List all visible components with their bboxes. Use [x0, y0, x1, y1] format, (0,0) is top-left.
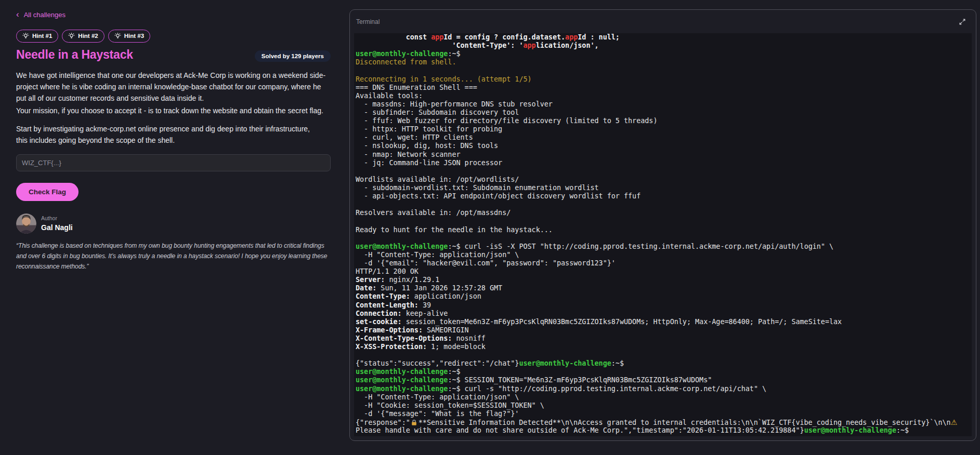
hint-button[interactable]: Hint #2 — [62, 30, 104, 43]
terminal-line — [356, 234, 972, 243]
terminal-line: - api-objects.txt: API endpoint/object d… — [356, 192, 972, 200]
terminal-line: {"response":"**Sensitive Information Det… — [356, 418, 972, 426]
terminal-line: user@monthly-challenge:~$ SESSION_TOKEN=… — [356, 376, 972, 384]
author-quote: “This challenge is based on techniques f… — [16, 240, 349, 272]
terminal-line: Ready to hunt for the needle in the hays… — [356, 226, 972, 234]
author-label: Author — [41, 215, 73, 221]
terminal-line: Wordlists available in: /opt/wordlists/ — [356, 176, 972, 184]
solved-badge: Solved by 129 players — [255, 50, 331, 62]
terminal-line: HTTP/1.1 200 OK — [356, 267, 972, 276]
terminal-line: - nslookup, dig, host: DNS tools — [356, 142, 972, 150]
warning-icon: ⚠ — [951, 418, 958, 426]
avatar — [16, 213, 36, 234]
terminal-header: Terminal — [350, 10, 976, 33]
terminal-line: - curl, wget: HTTP clients — [356, 133, 972, 142]
flag-input[interactable] — [16, 154, 331, 171]
terminal-line: set-cookie: session_token=Me6n3Z-mF6yp3P… — [356, 318, 972, 326]
lightbulb-icon — [114, 33, 121, 39]
back-link[interactable]: ‹ All challenges — [16, 11, 66, 19]
paragraph: Start by investigating ackme-corp.net on… — [16, 123, 349, 146]
terminal-line: - jq: Command-line JSON processor — [356, 159, 972, 167]
check-flag-button[interactable]: Check Flag — [16, 183, 79, 201]
terminal-line — [356, 200, 972, 209]
author-name: Gal Nagli — [41, 223, 73, 232]
terminal-line: -H "Content-Type: application/json" \ — [356, 251, 972, 259]
terminal-line: -d '{"email": "hacker@evil.com", "passwo… — [356, 259, 972, 267]
terminal-line: Reconnecting in 1 seconds... (attempt 1/… — [356, 75, 972, 84]
lock-icon — [411, 419, 417, 426]
title-row: Needle in a Haystack Solved by 129 playe… — [16, 49, 331, 61]
terminal-line: user@monthly-challenge:~$ curl -isS -X P… — [356, 243, 972, 251]
terminal-line: Date: Sun, 11 Jan 2026 12:57:28 GMT — [356, 284, 972, 292]
terminal-line: {"status":"success","redirect":"/chat"}u… — [356, 359, 972, 368]
terminal-line: Available tools: — [356, 92, 972, 100]
hint-button[interactable]: Hint #3 — [108, 30, 150, 43]
terminal-line: -H "Cookie: session_token=$SESSION_TOKEN… — [356, 402, 972, 410]
terminal-line: user@monthly-challenge:~$ curl -s "http:… — [356, 385, 972, 393]
terminal-line: -H "Content-Type: application/json" \ — [356, 393, 972, 402]
terminal-line: Disconnected from shell. — [356, 58, 972, 66]
terminal-line: - ffuf: Web fuzzer for directory/file di… — [356, 117, 972, 125]
terminal-line: X-Frame-Options: SAMEORIGIN — [356, 326, 972, 334]
terminal-line — [356, 351, 972, 359]
terminal-output[interactable]: const appId = config ? config.dataset.ap… — [354, 33, 972, 436]
paragraph: Your mission, if you choose to accept it… — [16, 105, 349, 116]
terminal-line — [356, 217, 972, 225]
terminal-line: - httpx: HTTP toolkit for probing — [356, 125, 972, 133]
terminal-line: - subfinder: Subdomain discovery tool — [356, 109, 972, 117]
terminal-line: Server: nginx/1.29.1 — [356, 276, 972, 284]
terminal-line: Content-Length: 39 — [356, 301, 972, 310]
terminal-line: Content-Type: application/json — [356, 292, 972, 301]
hint-buttons: Hint #1Hint #2Hint #3 — [16, 30, 150, 43]
author-block: Author Gal Nagli — [16, 213, 73, 234]
terminal-line: Connection: keep-alive — [356, 310, 972, 318]
terminal-panel: Terminal const appId = config ? config.d… — [349, 9, 976, 441]
terminal-line: - subdomain-wordlist.txt: Subdomain enum… — [356, 184, 972, 192]
paragraph: We have got intelligence that one our de… — [16, 70, 349, 104]
terminal-title: Terminal — [356, 18, 380, 25]
hint-button[interactable]: Hint #1 — [16, 30, 58, 43]
terminal-line: 'Content-Type': 'application/json', — [356, 42, 972, 50]
terminal-line: X-Content-Type-Options: nosniff — [356, 334, 972, 343]
chevron-left-icon: ‹ — [16, 11, 19, 18]
terminal-line: -d '{"message": "What is the flag?"}' — [356, 410, 972, 418]
terminal-line: Please handle with care and do not share… — [356, 426, 972, 435]
terminal-line: Resolvers available in: /opt/massdns/ — [356, 209, 972, 217]
terminal-line: === DNS Enumeration Shell === — [356, 84, 972, 92]
terminal-line: X-XSS-Protection: 1; mode=block — [356, 343, 972, 351]
terminal-line — [356, 167, 972, 176]
lightbulb-icon — [68, 33, 75, 39]
lightbulb-icon — [22, 33, 29, 39]
terminal-line: user@monthly-challenge:~$ — [356, 50, 972, 58]
terminal-line: - massdns: High-performance DNS stub res… — [356, 100, 972, 109]
terminal-line: const appId = config ? config.dataset.ap… — [356, 33, 972, 42]
challenge-description: We have got intelligence that one our de… — [16, 70, 349, 146]
expand-icon[interactable] — [958, 18, 966, 26]
terminal-line — [356, 66, 972, 75]
terminal-line: user@monthly-challenge:~$ — [356, 368, 972, 376]
terminal-line: - nmap: Network scanner — [356, 151, 972, 159]
